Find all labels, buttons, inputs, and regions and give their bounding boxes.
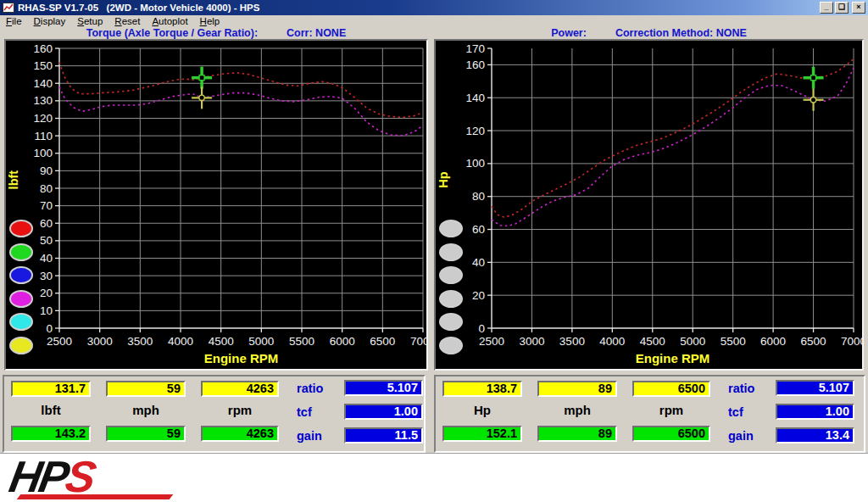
x-tick-label: 5500 (721, 335, 746, 348)
green-cursor-marker[interactable] (192, 67, 212, 89)
ratio-value: 5.107 (344, 380, 423, 396)
ratio-label: ratio (728, 382, 754, 395)
y-tick-label: 140 (465, 92, 485, 104)
y-tick-label: 30 (40, 270, 53, 282)
green-cursor-marker[interactable] (804, 67, 824, 89)
menu-file[interactable]: File (0, 16, 28, 26)
x-tick-label: 4000 (599, 335, 625, 348)
menu-display[interactable]: Display (28, 16, 72, 26)
ratio-label: ratio (297, 382, 323, 395)
y-tick-label: 170 (465, 42, 485, 55)
y-tick-label: 40 (40, 252, 53, 265)
gain-label: gain (297, 429, 322, 443)
speed-unit-label: mph (537, 403, 617, 417)
rpm-cursor-value: 4263 (201, 381, 279, 397)
y-tick-label: 60 (472, 223, 485, 236)
channel-button-red[interactable] (9, 220, 33, 237)
speed-peak-value: 89 (537, 426, 617, 442)
tcf-value: 1.00 (776, 404, 854, 420)
yellow-cursor-marker[interactable] (192, 86, 212, 109)
x-tick-label: 3000 (87, 335, 113, 348)
y-tick-label: 160 (465, 59, 485, 71)
y-axis-unit-label: lbft (7, 170, 20, 190)
power-chart-panel[interactable]: 0204060801001201401601702500300035004000… (434, 39, 864, 371)
y-tick-label: 70 (40, 199, 53, 212)
x-tick-label: 6500 (370, 335, 395, 348)
x-tick-label: 3000 (519, 335, 544, 348)
torque-correction-text: Corr: NONE (287, 27, 346, 39)
title-bar[interactable]: RHAS-SP V1.7-05 (2WD - Motor Vehicle 400… (0, 0, 868, 15)
y-tick-label: 20 (472, 289, 485, 302)
channel-button-ch2[interactable] (439, 243, 463, 261)
channel-button-ch4[interactable] (439, 290, 463, 308)
x-tick-label: 4500 (640, 335, 665, 348)
y-tick-label: 130 (33, 94, 53, 107)
y-axis-unit-label: Hp (437, 171, 450, 187)
speed-peak-value: 59 (106, 426, 186, 442)
menu-help[interactable]: Help (194, 16, 226, 26)
speed-cursor-value: 59 (106, 381, 186, 397)
gain-label: gain (728, 429, 754, 443)
power-title-text: Power: (551, 27, 587, 39)
minimize-button[interactable]: _ (820, 2, 833, 14)
channel-button-ch5[interactable] (439, 313, 463, 331)
tcf-label: tcf (297, 405, 312, 419)
rpm-unit-label: rpm (201, 403, 279, 417)
y-tick-label: 50 (40, 234, 53, 247)
torque-title-text: Torque (Axle Torque / Gear Ratio): (86, 27, 258, 39)
rpm-peak-value: 4263 (201, 426, 279, 442)
channel-button-ch6[interactable] (439, 337, 463, 354)
torque-chart-panel[interactable]: 0102030405060708090100110120130140150160… (4, 39, 428, 371)
y-tick-label: 90 (40, 165, 53, 177)
torque-readout-panel: 131.7 59 4263 lbft mph rpm 143.2 59 4263… (3, 375, 426, 453)
channel-button-ch1[interactable] (439, 220, 463, 237)
y-tick-label: 140 (33, 77, 53, 90)
menu-bar: FileDisplaySetupResetAutoplotHelp (0, 15, 868, 27)
x-tick-label: 7000 (410, 335, 426, 348)
x-tick-label: 4500 (209, 335, 234, 348)
red-run-curve (59, 63, 423, 118)
torque-cursor-value: 131.7 (11, 381, 91, 397)
y-tick-label: 100 (33, 147, 53, 159)
restore-button[interactable]: ❏ (835, 2, 849, 14)
menu-setup[interactable]: Setup (71, 16, 108, 26)
gain-value: 11.5 (344, 427, 423, 443)
gain-value: 13.4 (776, 427, 854, 443)
app-window: RHAS-SP V1.7-05 (2WD - Motor Vehicle 400… (0, 0, 868, 502)
channel-button-green[interactable] (9, 243, 33, 261)
y-tick-label: 10 (40, 304, 53, 317)
x-tick-label: 5500 (289, 335, 314, 348)
x-tick-label: 6500 (801, 335, 826, 348)
menu-autoplot[interactable]: Autoplot (146, 16, 193, 26)
y-tick-label: 120 (33, 112, 53, 125)
tcf-value: 1.00 (344, 404, 423, 420)
x-tick-label: 3500 (559, 335, 585, 348)
magenta-run-curve (492, 68, 854, 226)
x-axis-label: Engine RPM (204, 351, 279, 365)
y-tick-label: 150 (33, 59, 53, 72)
magenta-run-curve (59, 86, 423, 136)
close-button[interactable]: × (852, 2, 865, 14)
yellow-cursor-marker[interactable] (804, 89, 824, 111)
ratio-value: 5.107 (776, 380, 854, 396)
speed-cursor-value: 89 (537, 381, 617, 397)
y-tick-label: 0 (46, 322, 53, 335)
menu-reset[interactable]: Reset (108, 16, 146, 26)
rpm-peak-value: 6500 (632, 426, 710, 442)
x-tick-label: 3500 (127, 335, 153, 348)
x-tick-label: 7000 (841, 335, 862, 348)
rpm-unit-label: rpm (632, 403, 710, 417)
channel-button-ch3[interactable] (439, 266, 463, 284)
power-chart-canvas: 0204060801001201401601702500300035004000… (436, 41, 862, 369)
y-tick-label: 80 (40, 182, 53, 195)
channel-button-magenta[interactable] (9, 290, 33, 308)
y-tick-label: 0 (478, 322, 485, 335)
channel-button-cyan[interactable] (9, 313, 33, 331)
torque-chart-title: Torque (Axle Torque / Gear Ratio): Corr:… (4, 26, 428, 39)
app-icon (3, 3, 14, 13)
y-tick-label: 20 (40, 287, 53, 299)
channel-button-yellow[interactable] (9, 337, 33, 354)
x-tick-label: 6000 (330, 335, 355, 348)
channel-button-blue[interactable] (9, 266, 33, 284)
logo-strip: HPS PERFORMANCE PRODUCTS Dynapack CHASSI… (0, 453, 868, 502)
